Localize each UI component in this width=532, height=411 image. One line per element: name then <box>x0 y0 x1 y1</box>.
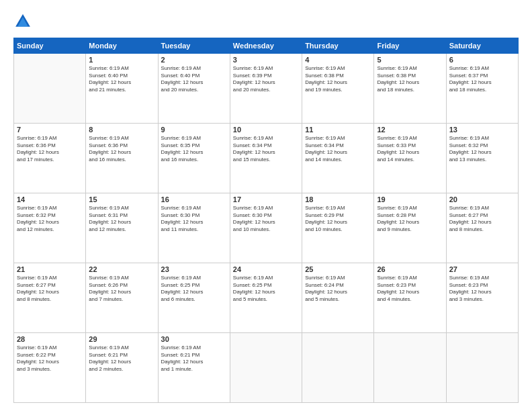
day-info: Sunrise: 6:19 AMSunset: 6:23 PMDaylight:… <box>449 275 515 303</box>
day-info: Sunrise: 6:19 AMSunset: 6:40 PMDaylight:… <box>161 65 227 93</box>
calendar-day-21: 21Sunrise: 6:19 AMSunset: 6:27 PMDayligh… <box>14 263 86 333</box>
day-number: 25 <box>305 265 371 273</box>
day-info: Sunrise: 6:19 AMSunset: 6:38 PMDaylight:… <box>377 65 443 93</box>
day-number: 26 <box>377 265 443 273</box>
calendar-day-8: 8Sunrise: 6:19 AMSunset: 6:36 PMDaylight… <box>86 124 158 193</box>
calendar-day-5: 5Sunrise: 6:19 AMSunset: 6:38 PMDaylight… <box>374 54 446 124</box>
calendar-week-row: 1Sunrise: 6:19 AMSunset: 6:40 PMDaylight… <box>14 54 519 124</box>
day-number: 5 <box>377 56 443 64</box>
day-info: Sunrise: 6:19 AMSunset: 6:24 PMDaylight:… <box>305 275 371 303</box>
day-number: 20 <box>449 195 515 203</box>
calendar-day-2: 2Sunrise: 6:19 AMSunset: 6:40 PMDaylight… <box>158 54 230 124</box>
day-info: Sunrise: 6:19 AMSunset: 6:26 PMDaylight:… <box>89 275 154 303</box>
calendar-day-4: 4Sunrise: 6:19 AMSunset: 6:38 PMDaylight… <box>302 54 374 124</box>
day-info: Sunrise: 6:19 AMSunset: 6:30 PMDaylight:… <box>233 205 299 233</box>
day-number: 17 <box>233 195 299 203</box>
day-number: 3 <box>233 56 299 64</box>
day-info: Sunrise: 6:19 AMSunset: 6:32 PMDaylight:… <box>17 205 83 233</box>
calendar-day-29: 29Sunrise: 6:19 AMSunset: 6:21 PMDayligh… <box>86 333 158 403</box>
day-number: 28 <box>17 335 83 343</box>
calendar-day-30: 30Sunrise: 6:19 AMSunset: 6:21 PMDayligh… <box>158 333 230 403</box>
logo <box>13 12 35 31</box>
calendar-day-14: 14Sunrise: 6:19 AMSunset: 6:32 PMDayligh… <box>14 193 86 263</box>
day-info: Sunrise: 6:19 AMSunset: 6:35 PMDaylight:… <box>161 135 227 163</box>
weekday-header-friday: Friday <box>374 38 446 54</box>
weekday-header-thursday: Thursday <box>302 38 374 54</box>
calendar-empty-cell <box>374 333 446 403</box>
logo-icon <box>13 12 32 31</box>
page: SundayMondayTuesdayWednesdayThursdayFrid… <box>0 0 532 411</box>
day-info: Sunrise: 6:19 AMSunset: 6:25 PMDaylight:… <box>233 275 299 303</box>
calendar-day-28: 28Sunrise: 6:19 AMSunset: 6:22 PMDayligh… <box>14 333 86 403</box>
calendar-empty-cell <box>230 333 302 403</box>
calendar-day-16: 16Sunrise: 6:19 AMSunset: 6:30 PMDayligh… <box>158 193 230 263</box>
day-number: 22 <box>89 265 154 273</box>
day-number: 8 <box>89 126 154 134</box>
day-number: 30 <box>161 335 227 343</box>
day-number: 9 <box>161 126 227 134</box>
calendar-day-11: 11Sunrise: 6:19 AMSunset: 6:34 PMDayligh… <box>302 124 374 193</box>
day-number: 23 <box>161 265 227 273</box>
day-info: Sunrise: 6:19 AMSunset: 6:36 PMDaylight:… <box>17 135 83 163</box>
day-info: Sunrise: 6:19 AMSunset: 6:27 PMDaylight:… <box>449 205 515 233</box>
calendar-day-9: 9Sunrise: 6:19 AMSunset: 6:35 PMDaylight… <box>158 124 230 193</box>
day-info: Sunrise: 6:19 AMSunset: 6:23 PMDaylight:… <box>377 275 443 303</box>
day-number: 1 <box>89 56 154 64</box>
calendar-day-17: 17Sunrise: 6:19 AMSunset: 6:30 PMDayligh… <box>230 193 302 263</box>
day-number: 6 <box>449 56 515 64</box>
day-info: Sunrise: 6:19 AMSunset: 6:28 PMDaylight:… <box>377 205 443 233</box>
day-number: 21 <box>17 265 83 273</box>
weekday-header-saturday: Saturday <box>446 38 518 54</box>
day-info: Sunrise: 6:19 AMSunset: 6:36 PMDaylight:… <box>89 135 154 163</box>
day-number: 27 <box>449 265 515 273</box>
calendar-day-12: 12Sunrise: 6:19 AMSunset: 6:33 PMDayligh… <box>374 124 446 193</box>
day-number: 10 <box>233 126 299 134</box>
calendar-day-1: 1Sunrise: 6:19 AMSunset: 6:40 PMDaylight… <box>86 54 158 124</box>
day-info: Sunrise: 6:19 AMSunset: 6:31 PMDaylight:… <box>89 205 154 233</box>
day-info: Sunrise: 6:19 AMSunset: 6:22 PMDaylight:… <box>17 345 83 373</box>
day-info: Sunrise: 6:19 AMSunset: 6:21 PMDaylight:… <box>161 345 227 373</box>
day-number: 11 <box>305 126 371 134</box>
day-info: Sunrise: 6:19 AMSunset: 6:33 PMDaylight:… <box>377 135 443 163</box>
weekday-header-tuesday: Tuesday <box>158 38 230 54</box>
calendar-empty-cell <box>446 333 518 403</box>
day-info: Sunrise: 6:19 AMSunset: 6:30 PMDaylight:… <box>161 205 227 233</box>
day-info: Sunrise: 6:19 AMSunset: 6:38 PMDaylight:… <box>305 65 371 93</box>
weekday-header-monday: Monday <box>86 38 158 54</box>
day-number: 24 <box>233 265 299 273</box>
day-info: Sunrise: 6:19 AMSunset: 6:29 PMDaylight:… <box>305 205 371 233</box>
day-info: Sunrise: 6:19 AMSunset: 6:21 PMDaylight:… <box>89 345 154 373</box>
calendar-day-26: 26Sunrise: 6:19 AMSunset: 6:23 PMDayligh… <box>374 263 446 333</box>
calendar-day-20: 20Sunrise: 6:19 AMSunset: 6:27 PMDayligh… <box>446 193 518 263</box>
calendar-day-10: 10Sunrise: 6:19 AMSunset: 6:34 PMDayligh… <box>230 124 302 193</box>
calendar-week-row: 14Sunrise: 6:19 AMSunset: 6:32 PMDayligh… <box>14 193 519 263</box>
day-number: 18 <box>305 195 371 203</box>
calendar-day-23: 23Sunrise: 6:19 AMSunset: 6:25 PMDayligh… <box>158 263 230 333</box>
calendar-empty-cell <box>14 54 86 124</box>
calendar-week-row: 7Sunrise: 6:19 AMSunset: 6:36 PMDaylight… <box>14 124 519 193</box>
day-info: Sunrise: 6:19 AMSunset: 6:32 PMDaylight:… <box>449 135 515 163</box>
day-number: 19 <box>377 195 443 203</box>
calendar-table: SundayMondayTuesdayWednesdayThursdayFrid… <box>13 38 519 403</box>
calendar-empty-cell <box>302 333 374 403</box>
day-info: Sunrise: 6:19 AMSunset: 6:40 PMDaylight:… <box>89 65 154 93</box>
day-number: 14 <box>17 195 83 203</box>
day-number: 4 <box>305 56 371 64</box>
calendar-week-row: 28Sunrise: 6:19 AMSunset: 6:22 PMDayligh… <box>14 333 519 403</box>
calendar-day-22: 22Sunrise: 6:19 AMSunset: 6:26 PMDayligh… <box>86 263 158 333</box>
calendar-day-6: 6Sunrise: 6:19 AMSunset: 6:37 PMDaylight… <box>446 54 518 124</box>
day-number: 29 <box>89 335 154 343</box>
day-info: Sunrise: 6:19 AMSunset: 6:25 PMDaylight:… <box>161 275 227 303</box>
header <box>13 12 519 31</box>
weekday-header-sunday: Sunday <box>14 38 86 54</box>
day-number: 2 <box>161 56 227 64</box>
calendar-day-7: 7Sunrise: 6:19 AMSunset: 6:36 PMDaylight… <box>14 124 86 193</box>
calendar-day-15: 15Sunrise: 6:19 AMSunset: 6:31 PMDayligh… <box>86 193 158 263</box>
calendar-day-18: 18Sunrise: 6:19 AMSunset: 6:29 PMDayligh… <box>302 193 374 263</box>
calendar-week-row: 21Sunrise: 6:19 AMSunset: 6:27 PMDayligh… <box>14 263 519 333</box>
day-info: Sunrise: 6:19 AMSunset: 6:34 PMDaylight:… <box>233 135 299 163</box>
day-info: Sunrise: 6:19 AMSunset: 6:37 PMDaylight:… <box>449 65 515 93</box>
weekday-header-wednesday: Wednesday <box>230 38 302 54</box>
day-number: 16 <box>161 195 227 203</box>
calendar-day-13: 13Sunrise: 6:19 AMSunset: 6:32 PMDayligh… <box>446 124 518 193</box>
